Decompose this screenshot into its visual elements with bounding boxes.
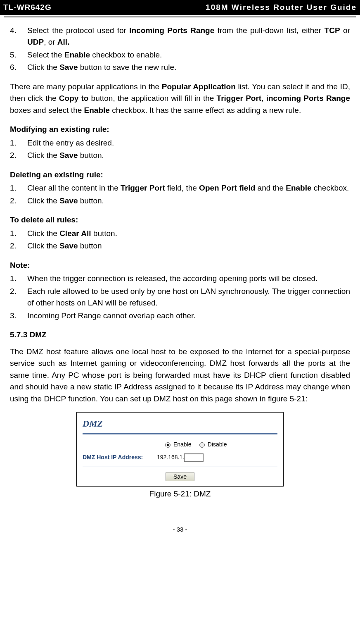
page-number: - 33 -: [0, 508, 360, 540]
dmz-panel-title: DMZ: [83, 417, 277, 430]
modify-rule-list: 1.Edit the entry as desired. 2.Click the…: [10, 137, 350, 162]
step-6-text: Click the Save button to save the new ru…: [27, 62, 350, 74]
list-number: 6.: [10, 62, 27, 74]
list-item: When the trigger connection is released,…: [27, 273, 350, 285]
steps-list-continued: 4. Select the protocol used for Incoming…: [10, 25, 350, 74]
list-number: 2.: [10, 240, 27, 252]
section-5-7-3-heading: 5.7.3 DMZ: [10, 329, 350, 341]
disable-label: Disable: [208, 441, 227, 448]
figure-caption: Figure 5-21: DMZ: [10, 488, 350, 500]
list-item: Clear all the content in the Trigger Por…: [27, 182, 350, 194]
dmz-ip-input[interactable]: [184, 453, 204, 462]
list-number: 5.: [10, 49, 27, 61]
header-model: TL-WR642G: [3, 2, 52, 14]
list-number: 2.: [10, 286, 27, 309]
list-item: Click the Save button: [27, 240, 350, 252]
list-number: 3.: [10, 310, 27, 322]
modify-rule-heading: Modifying an existing rule:: [10, 124, 350, 136]
list-number: 1.: [10, 182, 27, 194]
disable-radio[interactable]: [199, 442, 205, 448]
list-number: 2.: [10, 150, 27, 162]
list-item: Click the Clear All button.: [27, 228, 350, 240]
divider: [83, 433, 277, 434]
list-item: Incoming Port Range cannot overlap each …: [27, 310, 350, 322]
list-number: 1.: [10, 273, 27, 285]
list-number: 4.: [10, 25, 27, 48]
page-header: TL-WR642G 108M Wireless Router User Guid…: [0, 0, 360, 15]
note-heading: Note:: [10, 260, 350, 272]
enable-radio[interactable]: [165, 442, 171, 448]
step-5-text: Select the Enable checkbox to enable.: [27, 49, 350, 61]
delete-rule-list: 1.Clear all the content in the Trigger P…: [10, 182, 350, 207]
dmz-paragraph: The DMZ host feature allows one local ho…: [10, 346, 350, 405]
delete-all-list: 1.Click the Clear All button. 2.Click th…: [10, 228, 350, 252]
list-number: 1.: [10, 137, 27, 149]
list-number: 1.: [10, 228, 27, 240]
list-item: Each rule allowed to be used only by one…: [27, 286, 350, 309]
save-button[interactable]: Save: [166, 472, 194, 481]
divider: [83, 467, 277, 467]
list-item: Edit the entry as desired.: [27, 137, 350, 149]
delete-rule-heading: Deleting an existing rule:: [10, 169, 350, 181]
note-list: 1.When the trigger connection is release…: [10, 273, 350, 322]
header-title: 108M Wireless Router User Guide: [206, 2, 357, 14]
step-4-text: Select the protocol used for Incoming Po…: [27, 25, 350, 48]
delete-all-heading: To delete all rules:: [10, 214, 350, 226]
list-item: Click the Save button.: [27, 150, 350, 162]
dmz-ip-prefix: 192.168.1.: [157, 453, 184, 462]
dmz-figure: DMZ Enable Disable DMZ Host IP Address: …: [76, 412, 284, 487]
dmz-ip-label: DMZ Host IP Address:: [83, 453, 157, 462]
enable-label: Enable: [173, 441, 192, 448]
list-item: Click the Save button.: [27, 195, 350, 207]
popular-app-paragraph: There are many popular applications in t…: [10, 81, 350, 117]
list-number: 2.: [10, 195, 27, 207]
